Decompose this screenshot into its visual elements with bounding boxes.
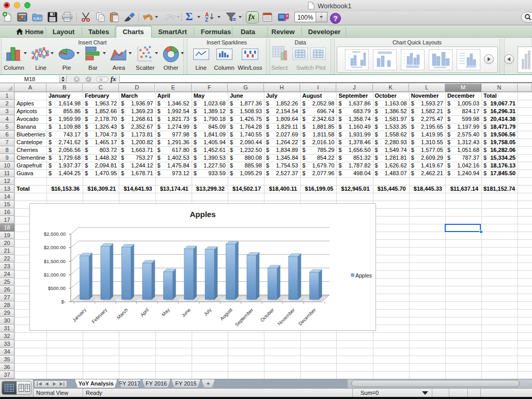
svg-text:Apples: Apples [355, 272, 372, 279]
svg-text:$2,500.00: $2,500.00 [44, 231, 66, 237]
svg-text:Apples: Apples [190, 210, 215, 219]
svg-text:$-: $- [61, 299, 66, 304]
svg-text:$500.00: $500.00 [48, 285, 66, 291]
svg-text:$1,000.00: $1,000.00 [44, 272, 66, 278]
svg-text:$2,000.00: $2,000.00 [44, 244, 66, 250]
svg-text:$1,500.00: $1,500.00 [44, 258, 66, 264]
svg-text:Z: Z [205, 17, 208, 22]
